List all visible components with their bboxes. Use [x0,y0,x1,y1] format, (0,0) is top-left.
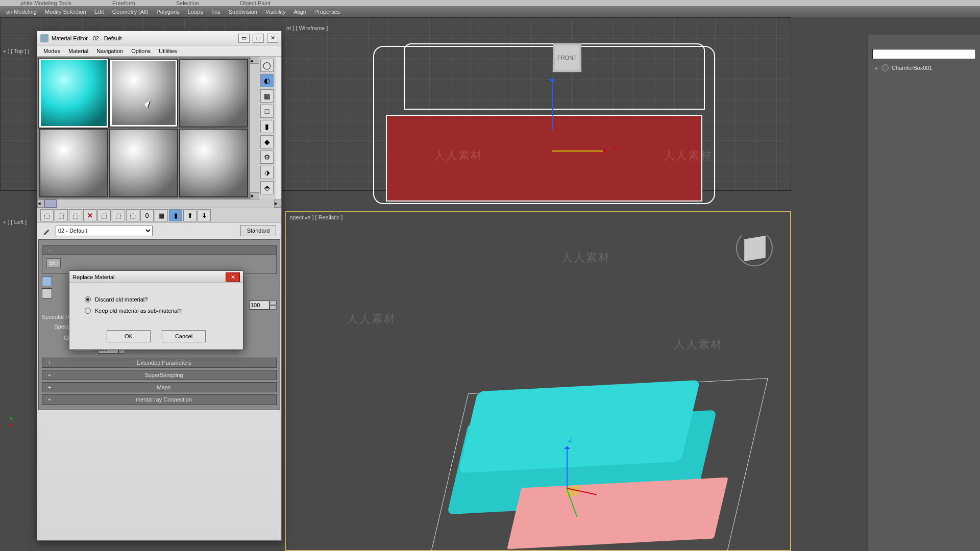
sample-type-icon[interactable]: ◯ [260,59,274,72]
viewcube[interactable] [739,233,770,263]
radio-option-keep[interactable]: Keep old material as sub-material? [85,308,233,314]
ribbon-tab[interactable]: phite Modeling Tools [15,0,77,6]
dialog-close-button[interactable]: ✕ [226,272,240,282]
material-side-toolbar: ◯ ◐ ▦ □ ▮ ◆ ⚙ ⬗ ⬘ [259,57,276,199]
menu-item[interactable]: Modify Selection [41,7,90,16]
menu-item[interactable]: Options [128,47,154,55]
pick-material-icon[interactable] [42,226,52,235]
watermark: 人人素材 [674,337,723,352]
select-by-material-icon[interactable]: ⬗ [260,166,274,179]
make-copy-icon[interactable]: ⬚ [97,209,111,221]
material-slot-3[interactable] [179,59,248,128]
ok-button[interactable]: OK [107,330,151,342]
menu-item[interactable]: on Modeling [2,7,41,16]
watermark: 人人素材 [347,311,396,327]
ribbon-tabs: phite Modeling Tools Freeform Selection … [0,0,980,6]
viewcube[interactable]: FRONT [553,43,581,72]
material-toolbar: ⬚ ⬚ ⬚ ✕ ⬚ ⬚ ⬚ 0 ▦ ▮ ⬆ ⬇ [37,208,281,223]
slots-vscroll[interactable]: ▴▾ [250,57,259,199]
menu-item[interactable]: Modes [40,47,63,55]
rollout-header[interactable]: +mental ray Connection [42,394,277,405]
material-slot-1[interactable] [39,59,108,128]
menu-item[interactable]: Utilities [156,47,180,55]
menu-item[interactable]: Loops [184,7,207,16]
menu-item[interactable]: Polygons [153,7,184,16]
material-slot-4[interactable] [39,129,108,197]
mouse-cursor-icon [145,102,153,112]
material-slot-6[interactable] [179,129,248,197]
material-name-dropdown[interactable]: 02 - Default [56,225,153,236]
viewport-label-left[interactable]: + ] [ Left ] [3,219,27,225]
viewport-perspective[interactable]: spective ] [ Realistic ] z [285,211,791,551]
viewport-mode-label[interactable]: nt ] [ Wireframe ] [286,25,328,31]
menu-item[interactable]: Tris [207,7,225,16]
menu-item[interactable]: Align [290,7,310,16]
menu-item[interactable]: Properties [310,7,344,16]
watermark: 人人素材 [664,148,713,163]
video-color-icon[interactable]: ▮ [260,120,274,133]
rollout-header[interactable]: +Maps [42,382,277,392]
material-id-icon[interactable]: 0 [140,209,154,221]
maximize-button[interactable]: □ [253,34,264,43]
menu-item[interactable]: Material [65,47,91,55]
scene-item-label: ChamferBox001 [892,65,933,71]
material-slot-2[interactable] [109,59,178,128]
window-titlebar[interactable]: Material Editor - 02 - Default ▭ □ ✕ [37,31,281,45]
get-material-icon[interactable]: ⬚ [40,209,54,221]
material-editor-menu: Modes Material Navigation Options Utilit… [37,45,281,57]
ribbon-tab[interactable]: Selection [171,0,204,6]
menu-item[interactable]: Navigation [93,47,126,55]
watermark: 人人素材 [561,250,610,265]
menu-item[interactable]: Visibility [261,7,290,16]
scene-item[interactable]: ▸ ChamferBox001 [868,62,980,73]
rollout-header[interactable]: +SuperSampling [42,370,277,380]
go-to-parent-icon[interactable]: ⬆ [183,209,197,221]
viewport-label-perspective[interactable]: spective ] [ Realistic ] [290,214,342,220]
scene-search-input[interactable] [872,49,976,59]
put-to-library-icon[interactable]: ⬚ [126,209,139,221]
backlight-icon[interactable]: ◐ [260,74,274,87]
radio-option-discard[interactable]: Discard old material? [85,296,233,303]
menu-item[interactable]: Subdivision [225,7,261,16]
dialog-titlebar[interactable]: Replace Material ✕ [69,271,243,283]
rollout-header[interactable]: +Extended Parameters [42,358,277,368]
material-name-row: 02 - Default Standard [37,223,281,238]
put-to-scene-icon[interactable]: ⬚ [55,209,68,221]
cancel-button[interactable]: Cancel [162,330,206,342]
model-preview [449,386,715,551]
menu-item[interactable]: Geometry (All) [108,7,153,16]
sample-uv-icon[interactable]: □ [260,105,274,118]
material-type-button[interactable]: Standard [240,225,276,236]
close-button[interactable]: ✕ [267,34,278,43]
viewport-label-top[interactable]: + ] [ Top ] | [3,48,29,54]
opacity-input[interactable] [249,300,270,310]
show-in-viewport-icon[interactable]: ▦ [155,209,168,221]
ribbon-tab[interactable]: Freeform [107,0,140,6]
minimize-button[interactable]: ▭ [238,34,250,43]
assign-to-selection-icon[interactable]: ⬚ [69,209,82,221]
background-icon[interactable]: ▦ [260,89,274,103]
window-title: Material Editor - 02 - Default [52,35,122,41]
ribbon-tab[interactable]: Object Paint [235,0,276,6]
menu-item[interactable]: Edit [90,7,108,16]
rollout-header[interactable]: - [42,245,277,255]
world-axis-icon: Y ━ [9,416,13,429]
material-slot-5[interactable] [109,129,178,197]
spinner-arrows[interactable]: ▴▾ [270,300,277,310]
replace-material-dialog: Replace Material ✕ Discard old material?… [69,270,243,350]
make-unique-icon[interactable]: ⬚ [112,209,125,221]
radio-label: Discard old material? [95,296,148,303]
selected-face [386,115,702,202]
go-forward-icon[interactable]: ⬇ [198,209,211,221]
object-icon [881,64,889,71]
make-preview-icon[interactable]: ◆ [260,135,274,148]
watermark: 人人素材 [434,148,483,163]
slots-hscroll[interactable]: ◂▸ [37,199,281,208]
material-map-navigator-icon[interactable]: ⬘ [260,181,274,194]
show-end-result-icon[interactable]: ▮ [169,209,182,221]
app-icon [40,34,48,42]
reset-map-icon[interactable]: ✕ [83,209,96,221]
scene-explorer: ▸ ChamferBox001 [868,35,980,551]
radio-icon [85,308,91,314]
options-icon[interactable]: ⚙ [260,151,274,164]
